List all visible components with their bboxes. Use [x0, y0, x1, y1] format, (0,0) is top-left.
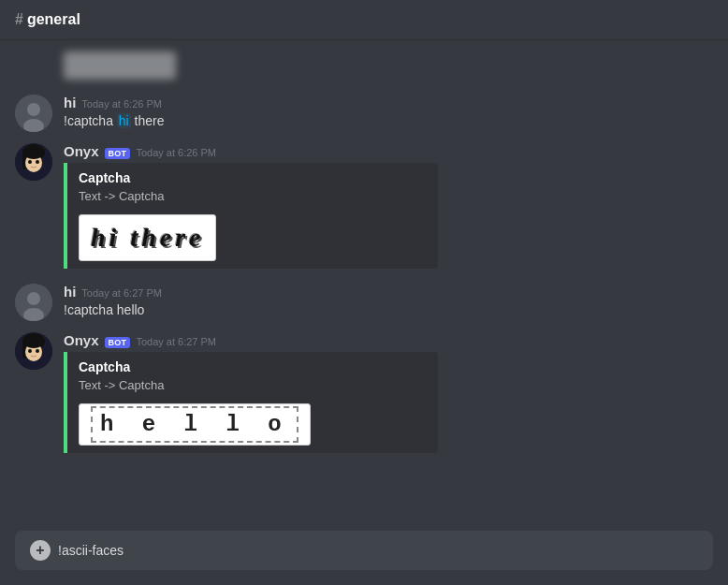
blurred-image	[64, 51, 176, 80]
avatar	[15, 332, 52, 370]
timestamp: Today at 6:27 PM	[136, 336, 216, 347]
avatar	[15, 95, 52, 132]
message-content: hi Today at 6:27 PM !captcha hello	[64, 284, 713, 321]
message-group: Onyx BOT Today at 6:27 PM Captcha Text -…	[0, 329, 728, 457]
captcha-image: h e l l o	[79, 403, 311, 446]
message-text: !captcha hi there	[64, 112, 713, 131]
captcha-text: h e l l o	[91, 406, 298, 443]
embed-title: Captcha	[79, 170, 427, 185]
svg-point-7	[23, 146, 44, 159]
message-content: hi Today at 6:26 PM !captcha hi there	[64, 95, 713, 132]
username: hi	[64, 95, 76, 110]
embed-title: Captcha	[79, 359, 427, 374]
timestamp: Today at 6:27 PM	[81, 287, 162, 299]
message-group: hi Today at 6:27 PM !captcha hello	[0, 280, 728, 325]
bot-badge: BOT	[105, 337, 131, 348]
svg-point-18	[28, 349, 32, 353]
embed: Captcha Text -> Captcha hi there	[64, 163, 438, 269]
captcha-image: hi there	[79, 214, 216, 261]
messages-area: hi Today at 6:26 PM !captcha hi there	[0, 40, 728, 531]
timestamp: Today at 6:26 PM	[136, 147, 216, 158]
embed-description: Text -> Captcha	[79, 189, 427, 203]
user-avatar-icon	[15, 95, 52, 132]
message-content: Onyx BOT Today at 6:26 PM Captcha Text -…	[64, 143, 713, 269]
message-header: Onyx BOT Today at 6:26 PM	[64, 143, 713, 159]
input-bar[interactable]: +	[15, 531, 713, 570]
svg-point-8	[28, 160, 32, 164]
message-text: !captcha hello	[64, 301, 713, 320]
avatar	[15, 143, 52, 181]
onyx-avatar-icon	[15, 332, 52, 370]
timestamp: Today at 6:26 PM	[81, 98, 162, 110]
username: hi	[64, 284, 76, 300]
message-input[interactable]	[58, 543, 698, 558]
message-header: hi Today at 6:27 PM	[64, 284, 713, 300]
avatar	[15, 284, 52, 321]
captcha-text: hi there	[91, 223, 204, 252]
user-avatar-icon	[15, 284, 52, 321]
svg-point-9	[36, 160, 39, 164]
svg-point-19	[36, 349, 39, 353]
message-header: Onyx BOT Today at 6:27 PM	[64, 332, 713, 348]
channel-hash: #	[15, 11, 23, 27]
bot-badge: BOT	[105, 148, 131, 159]
svg-point-17	[23, 335, 44, 348]
message-group: hi Today at 6:26 PM !captcha hi there	[0, 91, 728, 136]
highlight-word: hi	[117, 113, 131, 128]
message-group: Onyx BOT Today at 6:26 PM Captcha Text -…	[0, 139, 728, 272]
username: Onyx	[64, 332, 99, 348]
onyx-avatar-icon	[15, 143, 52, 181]
message-header: hi Today at 6:26 PM	[64, 95, 713, 110]
username: Onyx	[64, 143, 99, 159]
embed: Captcha Text -> Captcha h e l l o	[64, 352, 438, 453]
message-content: Onyx BOT Today at 6:27 PM Captcha Text -…	[64, 332, 713, 453]
channel-header: #general	[0, 0, 728, 40]
embed-description: Text -> Captcha	[79, 378, 427, 392]
channel-title: #general	[15, 11, 80, 27]
channel-name-text: general	[27, 11, 80, 27]
svg-point-1	[27, 103, 40, 116]
svg-point-11	[27, 292, 40, 305]
add-attachment-button[interactable]: +	[30, 540, 51, 561]
